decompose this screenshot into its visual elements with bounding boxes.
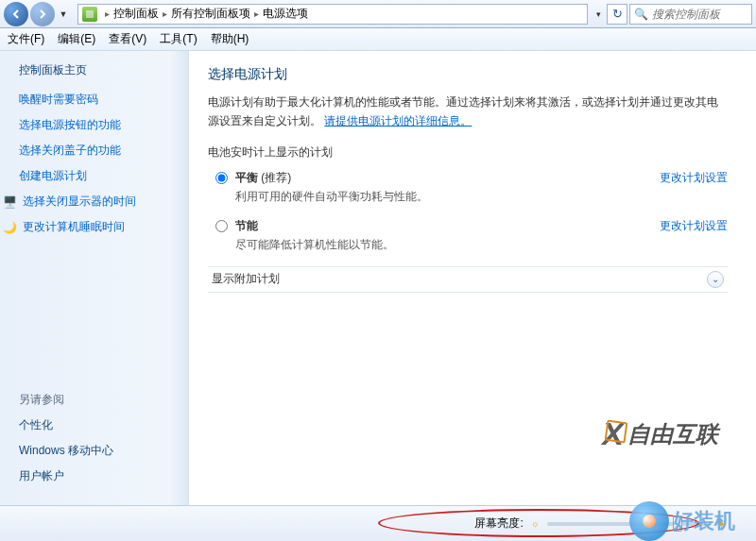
nav-history-dropdown[interactable]: ▼ [57,5,70,24]
arrow-left-icon [10,8,22,20]
crumb-control-panel[interactable]: 控制面板 [113,6,159,22]
plan-radio-saver[interactable] [215,220,228,232]
menu-bar: 文件(F) 编辑(E) 查看(V) 工具(T) 帮助(H) [0,28,756,51]
breadcrumb[interactable]: ▸ 控制面板 ▸ 所有控制面板项 ▸ 电源选项 [77,4,588,25]
plans-subhead: 电池安时计上显示的计划 [208,144,728,161]
sun-bright-icon: ☀ [715,516,728,532]
page-title: 选择电源计划 [208,66,728,83]
forward-button[interactable] [30,2,55,26]
address-bar: ▼ ▸ 控制面板 ▸ 所有控制面板项 ▸ 电源选项 ▾ ↻ 🔍 [0,0,756,28]
plan-row-balanced: 平衡 (推荐) 利用可用的硬件自动平衡功耗与性能。 更改计划设置 [208,170,728,205]
show-additional-plans[interactable]: 显示附加计划 ⌄ [208,266,728,293]
back-button[interactable] [4,2,28,26]
plan-name-saver: 节能 [235,218,650,234]
sidebar: 控制面板主页 唤醒时需要密码 选择电源按钮的功能 选择关闭盖子的功能 创建电源计… [0,51,189,505]
chevron-down-icon: ⌄ [707,271,724,288]
sidebar-home[interactable]: 控制面板主页 [19,62,184,78]
plan-radio-balanced[interactable] [215,172,228,184]
menu-view[interactable]: 查看(V) [109,31,146,47]
chevron-right-icon: ▸ [101,8,113,19]
sidebar-link-mobility-center[interactable]: Windows 移动中心 [19,443,184,459]
sidebar-link-create-plan[interactable]: 创建电源计划 [19,168,184,184]
nav-buttons: ▼ [0,2,74,26]
chevron-right-icon: ▸ [159,8,171,19]
search-box[interactable]: 🔍 [629,4,752,25]
bottom-bar: 屏幕亮度: ☼ ☀ [0,505,756,541]
sidebar-item-label: 更改计算机睡眠时间 [23,219,125,235]
crumb-all-items[interactable]: 所有控制面板项 [171,6,250,22]
breadcrumb-dropdown[interactable]: ▾ [592,5,605,24]
sidebar-link-personalize[interactable]: 个性化 [19,417,184,433]
content-panel: 选择电源计划 电源计划有助于最大化计算机的性能或者节能。通过选择计划来将其激活，… [189,51,756,505]
plan-desc-balanced: 利用可用的硬件自动平衡功耗与性能。 [235,189,650,205]
sun-dim-icon: ☼ [531,518,540,529]
search-icon: 🔍 [634,8,648,21]
plan-row-saver: 节能 尽可能降低计算机性能以节能。 更改计划设置 [208,218,728,253]
display-icon: 🖥️ [2,194,17,210]
sidebar-link-wake-password[interactable]: 唤醒时需要密码 [19,92,184,108]
plan-settings-link-saver[interactable]: 更改计划设置 [660,218,728,234]
slider-thumb[interactable] [673,516,682,532]
brightness-label: 屏幕亮度: [474,516,523,532]
nav-right: ▾ ↻ 🔍 [592,4,756,25]
sleep-icon: 🌙 [2,220,17,235]
menu-help[interactable]: 帮助(H) [211,31,249,47]
sidebar-link-display-off[interactable]: 🖥️ 选择关闭显示器的时间 [2,194,184,210]
svg-rect-0 [86,10,94,18]
chevron-right-icon: ▸ [250,8,263,19]
sidebar-link-close-lid[interactable]: 选择关闭盖子的功能 [19,143,184,159]
menu-tools[interactable]: 工具(T) [160,31,197,47]
plan-name-balanced: 平衡 (推荐) [235,170,650,186]
main-area: 控制面板主页 唤醒时需要密码 选择电源按钮的功能 选择关闭盖子的功能 创建电源计… [0,51,756,505]
arrow-right-icon [37,8,48,20]
menu-edit[interactable]: 编辑(E) [58,31,95,47]
plan-desc-saver: 尽可能降低计算机性能以节能。 [235,237,650,253]
sidebar-link-power-button[interactable]: 选择电源按钮的功能 [19,117,184,133]
menu-file[interactable]: 文件(F) [8,31,44,47]
search-input[interactable] [652,8,747,21]
sidebar-see-also-header: 另请参阅 [19,392,184,408]
crumb-power-options[interactable]: 电源选项 [263,6,308,22]
control-panel-icon [82,7,97,22]
brightness-slider[interactable] [547,522,708,526]
expander-label: 显示附加计划 [212,271,280,287]
page-description: 电源计划有助于最大化计算机的性能或者节能。通过选择计划来将其激活，或选择计划并通… [208,93,728,131]
sidebar-link-sleep-time[interactable]: 🌙 更改计算机睡眠时间 [2,219,184,235]
refresh-button[interactable]: ↻ [607,4,627,25]
plan-settings-link-balanced[interactable]: 更改计划设置 [660,170,728,186]
desc-link[interactable]: 请提供电源计划的详细信息。 [324,114,472,127]
sidebar-item-label: 选择关闭显示器的时间 [23,194,136,210]
sidebar-link-user-accounts[interactable]: 用户帐户 [19,468,184,484]
